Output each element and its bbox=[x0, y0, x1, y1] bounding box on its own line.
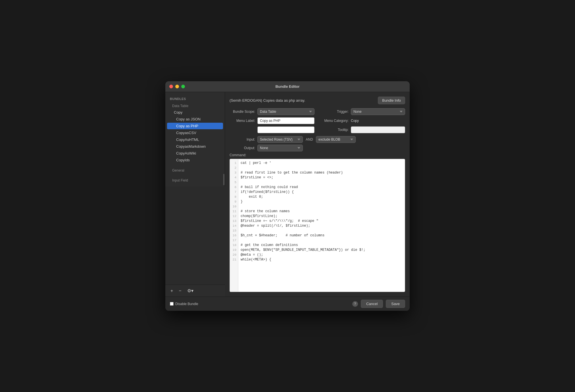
extra-input[interactable] bbox=[257, 126, 314, 133]
disable-bundle-label[interactable]: Disable Bundle bbox=[170, 302, 198, 306]
line-num-12: 12 bbox=[230, 214, 238, 219]
tooltip-input[interactable] bbox=[351, 126, 405, 133]
line-num-2: 2 bbox=[230, 166, 238, 170]
window-title: Bundle Editor bbox=[275, 84, 299, 89]
sidebar-section-header: BUNDLES bbox=[165, 95, 225, 102]
menu-category-label: Menu Category: bbox=[320, 119, 349, 123]
line-num-13: 13 bbox=[230, 219, 238, 224]
sidebar-wrapper: BUNDLES Data Table Copy Copy as JSON Cop… bbox=[165, 92, 225, 297]
line-num-16: 16 bbox=[230, 233, 238, 238]
command-label: Command: bbox=[230, 153, 405, 157]
title-bar: Bundle Editor bbox=[165, 81, 410, 92]
tooltip-row: Tooltip: bbox=[320, 126, 405, 133]
sidebar-item-copy-as-wiki[interactable]: CopyAsWiki bbox=[167, 150, 223, 157]
disable-bundle-checkbox[interactable] bbox=[170, 302, 174, 306]
sidebar-item-copy-as-markdown[interactable]: CopyasMarkdown bbox=[167, 143, 223, 150]
line-num-3: 3 bbox=[230, 170, 238, 175]
line-num-10: 10 bbox=[230, 204, 238, 209]
help-button[interactable]: ? bbox=[352, 301, 358, 307]
line-num-19: 19 bbox=[230, 248, 238, 253]
output-row: Output: None bbox=[230, 145, 405, 151]
maximize-button[interactable] bbox=[181, 85, 185, 88]
sidebar-item-copy-as-html[interactable]: CopyAsHTML bbox=[167, 136, 223, 143]
sidebar-group-general: General bbox=[165, 166, 225, 173]
menu-label-input[interactable] bbox=[257, 117, 314, 124]
code-content[interactable]: cat | perl -e ' # read first line to get… bbox=[238, 159, 405, 292]
menu-label-row: Menu Label: bbox=[230, 117, 314, 124]
line-num-15: 15 bbox=[230, 228, 238, 233]
cancel-button[interactable]: Cancel bbox=[361, 300, 383, 308]
trigger-select[interactable]: None bbox=[351, 108, 405, 115]
output-select[interactable]: None bbox=[257, 145, 303, 151]
add-bundle-button[interactable]: + bbox=[169, 288, 175, 294]
line-num-8: 8 bbox=[230, 195, 238, 199]
sidebar-group-data-table: Data Table bbox=[165, 102, 225, 109]
sidebar-item-copy-as-json[interactable]: Copy as JSON bbox=[167, 116, 223, 122]
line-numbers: 1 2 3 4 5 6 7 8 9 10 11 12 13 14 15 16 1 bbox=[230, 159, 238, 292]
close-button[interactable] bbox=[169, 85, 173, 88]
line-num-11: 11 bbox=[230, 209, 238, 214]
sidebar-item-copy-ids[interactable]: CopyIds bbox=[167, 157, 223, 163]
main-panel: (Semih ERDOGAN) Copies data as php array… bbox=[225, 92, 410, 297]
line-num-20: 20 bbox=[230, 253, 238, 257]
bundle-info-button[interactable]: Bundle Info bbox=[378, 97, 405, 104]
trigger-row: Trigger: None bbox=[320, 108, 405, 115]
line-num-17: 17 bbox=[230, 238, 238, 243]
panel-header: (Semih ERDOGAN) Copies data as php array… bbox=[230, 97, 405, 104]
input-row: Input: Selected Rows (TSV) AND exclude B… bbox=[230, 136, 405, 143]
menu-category-row: Menu Category: Copy bbox=[320, 117, 405, 124]
save-button[interactable]: Save bbox=[386, 300, 405, 308]
line-num-4: 4 bbox=[230, 175, 238, 180]
content-area: BUNDLES Data Table Copy Copy as JSON Cop… bbox=[165, 92, 410, 297]
sidebar-item-copy[interactable]: Copy bbox=[167, 109, 223, 116]
sidebar-item-copy-as-csv[interactable]: CopyasCSV bbox=[167, 130, 223, 136]
bundle-scope-label: Bundle Scope: bbox=[230, 110, 255, 114]
bundle-editor-window: Bundle Editor BUNDLES Data Table Copy Co… bbox=[165, 81, 410, 311]
line-num-1: 1 bbox=[230, 161, 238, 166]
sidebar-bottom-toolbar: + − ⚙▾ bbox=[165, 285, 225, 297]
input-select[interactable]: Selected Rows (TSV) bbox=[257, 136, 303, 143]
window-controls bbox=[169, 85, 185, 88]
remove-bundle-button[interactable]: − bbox=[177, 288, 183, 294]
and-label: AND bbox=[305, 137, 314, 141]
form-grid: Bundle Scope: Data Table Trigger: None M… bbox=[230, 108, 405, 133]
bundle-scope-row: Bundle Scope: Data Table bbox=[230, 108, 314, 115]
footer: Disable Bundle ? Cancel Save bbox=[165, 297, 410, 311]
line-num-14: 14 bbox=[230, 224, 238, 228]
line-num-7: 7 bbox=[230, 190, 238, 195]
disable-bundle-text: Disable Bundle bbox=[175, 302, 198, 306]
menu-category-value: Copy bbox=[351, 119, 405, 123]
input-label: Input: bbox=[230, 137, 255, 141]
trigger-label: Trigger: bbox=[320, 110, 349, 114]
footer-right: ? Cancel Save bbox=[352, 300, 405, 308]
code-editor[interactable]: 1 2 3 4 5 6 7 8 9 10 11 12 13 14 15 16 1 bbox=[230, 159, 405, 292]
menu-label-label: Menu Label: bbox=[230, 119, 255, 123]
line-num-18: 18 bbox=[230, 243, 238, 248]
line-num-5: 5 bbox=[230, 180, 238, 185]
bundle-description: (Semih ERDOGAN) Copies data as php array… bbox=[230, 98, 305, 103]
line-num-9: 9 bbox=[230, 199, 238, 204]
extra-input-row bbox=[230, 126, 314, 133]
exclude-blob-select[interactable]: exclude BLOB bbox=[316, 136, 356, 143]
sidebar-scrollbar[interactable] bbox=[223, 174, 224, 185]
sidebar-item-copy-as-php[interactable]: Copy as PHP bbox=[167, 123, 223, 129]
line-num-21: 21 bbox=[230, 257, 238, 262]
sidebar-group-input-field: Input Field bbox=[165, 176, 225, 183]
line-num-6: 6 bbox=[230, 185, 238, 190]
sidebar: BUNDLES Data Table Copy Copy as JSON Cop… bbox=[165, 92, 225, 187]
bundle-scope-select[interactable]: Data Table bbox=[257, 108, 314, 115]
minimize-button[interactable] bbox=[175, 85, 179, 88]
output-label: Output: bbox=[230, 146, 255, 150]
tooltip-label: Tooltip: bbox=[320, 128, 349, 132]
settings-button[interactable]: ⚙▾ bbox=[186, 287, 195, 294]
